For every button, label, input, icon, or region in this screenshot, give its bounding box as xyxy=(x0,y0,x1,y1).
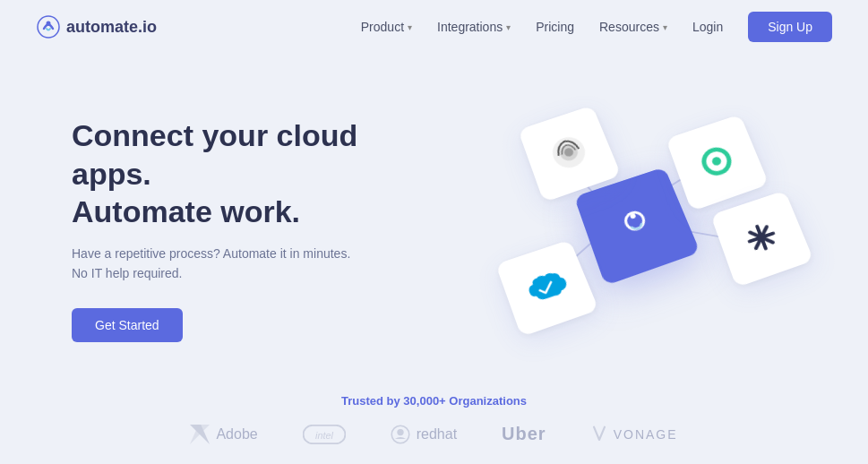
svg-line-16 xyxy=(750,227,773,248)
trusted-label: Trusted by 30,000+ Organizations xyxy=(0,394,868,408)
trusted-section: Trusted by 30,000+ Organizations Adobe i… xyxy=(0,376,868,453)
vonage-logo: VONAGE xyxy=(591,425,678,444)
svg-text:intel: intel xyxy=(315,429,333,440)
navbar: automate.io Product ▾ Integrations ▾ Pri… xyxy=(0,0,868,54)
uber-logo: Uber xyxy=(502,424,546,444)
svg-point-0 xyxy=(38,16,59,38)
logo-text: automate.io xyxy=(66,18,157,37)
nav-pricing[interactable]: Pricing xyxy=(536,20,574,34)
adobe-logo: Adobe xyxy=(190,425,257,444)
top-right-app-card xyxy=(666,115,769,212)
signup-button[interactable]: Sign Up xyxy=(748,12,832,42)
get-started-button[interactable]: Get Started xyxy=(72,308,183,342)
nav-links: Product ▾ Integrations ▾ Pricing Resourc… xyxy=(361,12,832,42)
nav-integrations[interactable]: Integrations ▾ xyxy=(437,20,511,34)
svg-point-20 xyxy=(397,428,403,434)
svg-point-12 xyxy=(711,156,723,167)
nav-login[interactable]: Login xyxy=(692,20,723,34)
hero-subtitle: Have a repetitive process? Automate it i… xyxy=(72,244,412,284)
hero-text: Connect your cloud apps. Automate work. … xyxy=(72,72,412,342)
svg-point-1 xyxy=(47,21,51,26)
logo[interactable]: automate.io xyxy=(36,14,157,39)
nav-resources[interactable]: Resources ▾ xyxy=(599,20,667,34)
chevron-down-icon: ▾ xyxy=(408,22,412,32)
logo-icon xyxy=(36,14,61,39)
brand-logos-row: Adobe intel redhat Uber VON xyxy=(0,424,868,444)
hero-diagram xyxy=(412,63,832,367)
chevron-down-icon: ▾ xyxy=(663,22,667,32)
intel-logo: intel xyxy=(303,425,346,444)
nav-product[interactable]: Product ▾ xyxy=(361,20,412,34)
hero-title: Connect your cloud apps. Automate work. xyxy=(72,116,412,231)
redhat-logo: redhat xyxy=(391,425,457,444)
hero-section: Connect your cloud apps. Automate work. … xyxy=(0,54,868,376)
bottom-app-card xyxy=(495,240,598,338)
right-app-card xyxy=(710,191,813,288)
chevron-down-icon: ▾ xyxy=(506,22,511,32)
